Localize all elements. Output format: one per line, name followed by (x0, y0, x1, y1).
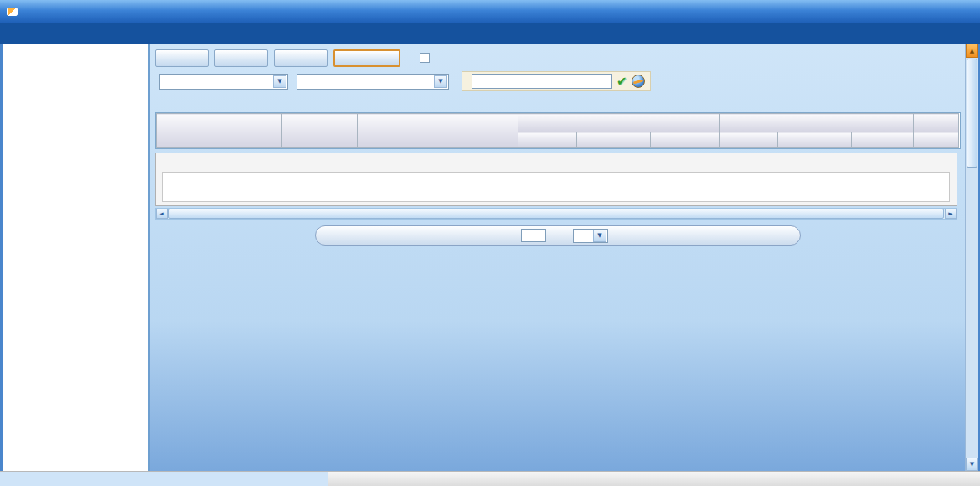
app-window: ▼ ▼ ✔ (0, 0, 980, 486)
main-menu (0, 23, 980, 44)
pagination-bar: ▼ (315, 225, 801, 246)
search-input[interactable] (472, 74, 612, 89)
quick-search-panel: ✔ (462, 71, 651, 91)
app-logo (7, 8, 18, 17)
published-plans-checkbox[interactable] (420, 53, 430, 63)
chart-title (162, 157, 950, 172)
score-table (155, 112, 961, 149)
save-button[interactable] (214, 49, 268, 67)
chevron-down-icon[interactable]: ▼ (593, 230, 606, 242)
page-size-select[interactable]: ▼ (573, 229, 608, 243)
chevron-down-icon[interactable]: ▼ (434, 75, 447, 88)
vscrollbar-thumb[interactable] (967, 59, 977, 168)
chart-plot (162, 172, 950, 202)
col-dept-score[interactable] (720, 132, 778, 148)
print-button[interactable] (155, 49, 209, 67)
col-group-extra (914, 114, 959, 132)
analysis-line-chart (182, 173, 944, 202)
top-header (0, 0, 980, 23)
sidebar-menu (3, 44, 150, 471)
col-name[interactable] (282, 114, 358, 148)
scroll-right-button[interactable]: ► (945, 209, 957, 219)
page-body: ▼ ▼ ✔ (0, 44, 980, 471)
cancel-button[interactable] (274, 49, 328, 67)
confirm-check-icon[interactable]: ✔ (616, 74, 627, 89)
analysis-chart-panel (155, 153, 957, 206)
search-globe-icon[interactable] (632, 75, 645, 88)
calculate-score-button[interactable] (333, 49, 400, 67)
col-final-score[interactable] (518, 132, 577, 148)
plan-select[interactable]: ▼ (159, 74, 288, 90)
col-rank[interactable] (441, 114, 518, 148)
page-number-input[interactable] (521, 229, 546, 242)
main-content: ▼ ▼ ✔ (150, 44, 965, 471)
col-extra-score[interactable] (914, 132, 959, 148)
unit-select[interactable]: ▼ (297, 74, 449, 90)
hscrollbar-thumb[interactable] (168, 209, 944, 219)
chevron-down-icon[interactable]: ▼ (273, 75, 286, 88)
col-final-diff[interactable] (651, 132, 720, 148)
scroll-down-button[interactable]: ▼ (966, 458, 978, 471)
filter-bar: ▼ ▼ ✔ (155, 70, 961, 92)
scroll-up-button[interactable]: ▲ (966, 44, 978, 58)
logo-icon (7, 8, 18, 16)
toolbar (155, 47, 961, 69)
vertical-scrollbar[interactable]: ▲ ▼ (965, 44, 978, 471)
view-tabs (155, 95, 961, 112)
col-dept[interactable] (157, 114, 282, 148)
horizontal-scrollbar[interactable]: ◄ ► (155, 208, 957, 220)
status-url (0, 472, 328, 486)
vscrollbar-track[interactable] (966, 168, 978, 458)
col-group-dept-target (720, 114, 914, 132)
status-bar (0, 471, 980, 486)
col-dept-avg[interactable] (778, 132, 852, 148)
scroll-left-button[interactable]: ◄ (156, 209, 168, 219)
col-group-final (518, 114, 720, 132)
col-final-avg[interactable] (577, 132, 651, 148)
col-dept-diff[interactable] (852, 132, 914, 148)
col-id[interactable] (358, 114, 441, 148)
